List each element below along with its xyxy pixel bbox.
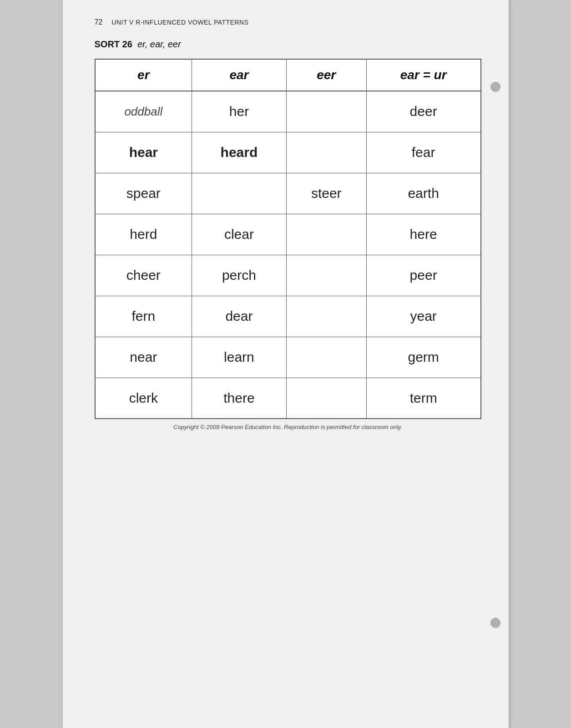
cell: steer — [286, 173, 366, 214]
sort-number: SORT 26 — [95, 39, 132, 49]
cell: peer — [366, 255, 480, 296]
cell: near — [95, 337, 192, 378]
cell: germ — [366, 337, 480, 378]
sort-subtitle: er, ear, eer — [137, 39, 181, 49]
cell: term — [366, 378, 480, 419]
page-header: 72 UNIT V R-INFLUENCED VOWEL PATTERNS — [95, 18, 481, 26]
cell — [286, 214, 366, 255]
cell: cheer — [95, 255, 192, 296]
cell: clerk — [95, 378, 192, 419]
cell — [192, 173, 287, 214]
cell: oddball — [95, 91, 192, 132]
col-header-ear-ur: ear = ur — [366, 59, 480, 91]
binder-hole-bottom — [490, 618, 500, 628]
page: 72 UNIT V R-INFLUENCED VOWEL PATTERNS SO… — [63, 0, 509, 728]
page-number: 72 — [95, 18, 103, 26]
table-row: herd clear here — [95, 214, 481, 255]
table-row: cheer perch peer — [95, 255, 481, 296]
cell: learn — [192, 337, 287, 378]
cell: year — [366, 296, 480, 337]
table-row: hear heard fear — [95, 132, 481, 173]
cell: spear — [95, 173, 192, 214]
cell — [286, 255, 366, 296]
cell — [286, 132, 366, 173]
col-header-er: er — [95, 59, 192, 91]
cell: herd — [95, 214, 192, 255]
cell — [286, 378, 366, 419]
cell: clear — [192, 214, 287, 255]
cell: fern — [95, 296, 192, 337]
cell: hear — [95, 132, 192, 173]
table-row: fern dear year — [95, 296, 481, 337]
table-header-row: er ear eer ear = ur — [95, 59, 481, 91]
table-row: oddball her deer — [95, 91, 481, 132]
cell: there — [192, 378, 287, 419]
cell: earth — [366, 173, 480, 214]
binder-hole-top — [490, 82, 500, 92]
cell: dear — [192, 296, 287, 337]
cell: heard — [192, 132, 287, 173]
page-title: UNIT V R-INFLUENCED VOWEL PATTERNS — [111, 19, 248, 26]
table-row: near learn germ — [95, 337, 481, 378]
cell: fear — [366, 132, 480, 173]
word-table: er ear eer ear = ur oddball her deer hea… — [95, 59, 481, 419]
copyright-text: Copyright © 2009 Pearson Education Inc. … — [95, 424, 481, 430]
cell: her — [192, 91, 287, 132]
cell: here — [366, 214, 480, 255]
cell — [286, 296, 366, 337]
cell: perch — [192, 255, 287, 296]
table-row: spear steer earth — [95, 173, 481, 214]
cell — [286, 91, 366, 132]
col-header-ear: ear — [192, 59, 287, 91]
sort-header: SORT 26 er, ear, eer — [95, 39, 481, 50]
table-row: clerk there term — [95, 378, 481, 419]
cell — [286, 337, 366, 378]
cell: deer — [366, 91, 480, 132]
col-header-eer: eer — [286, 59, 366, 91]
